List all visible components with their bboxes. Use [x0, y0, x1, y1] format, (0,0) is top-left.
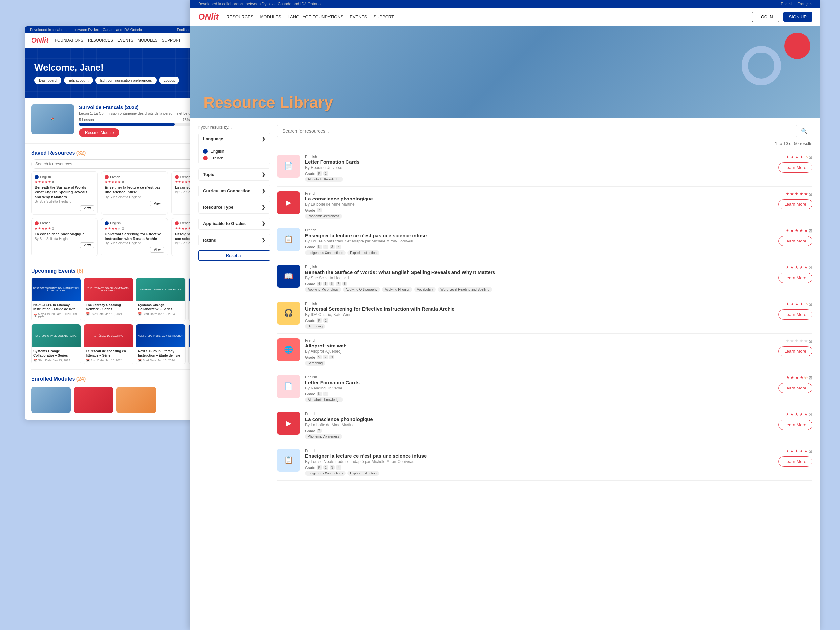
lang-badge: English	[305, 375, 761, 379]
dashboard-button[interactable]: Dashboard	[35, 77, 62, 84]
lang-badge: French	[305, 338, 761, 342]
search-button[interactable]: 🔍	[796, 125, 812, 137]
resource-details: English Letter Formation Cards By Readin…	[305, 155, 761, 182]
grades-filter-header[interactable]: Applicable to Grades ❯	[199, 218, 270, 230]
edit-account-button[interactable]: Edit account	[64, 77, 93, 84]
reset-filters-button[interactable]: Reset all	[198, 250, 270, 261]
learn-more-button[interactable]: Learn More	[778, 273, 812, 283]
bookmark-icon[interactable]: ⊠	[808, 412, 812, 417]
bookmark-icon[interactable]: ⊠	[808, 448, 812, 454]
event-image: SYSTEMS CHANGE COLLABORATIVE	[32, 324, 81, 347]
grade-tag: 7	[323, 355, 328, 359]
grade-tag: K	[317, 318, 322, 322]
enrolled-modules-title: Enrolled Modules (24)	[31, 376, 86, 382]
resource-view-button[interactable]: View	[80, 205, 95, 211]
nav-modules[interactable]: MODULES	[138, 38, 157, 43]
left-nav-links: FOUNDATIONS RESOURCES EVENTS MODULES SUP…	[55, 38, 181, 43]
right-nav-language-foundations[interactable]: LANGUAGE FOUNDATIONS	[288, 14, 344, 19]
event-info: Systems Change Collaborative – Series 📅S…	[32, 347, 81, 364]
login-button[interactable]: LOG IN	[752, 12, 779, 22]
lang-badge: English	[305, 302, 761, 305]
welcome-greeting: Welcome, Jane!	[35, 62, 179, 73]
resume-module-button[interactable]: Resume Module	[79, 128, 120, 137]
bookmark-icon[interactable]: ⊠	[808, 228, 812, 233]
right-logo-lit: lit	[211, 12, 218, 22]
grades-filter-label: Applicable to Grades	[203, 221, 246, 226]
left-lang-en[interactable]: English	[177, 28, 189, 32]
resource-right: ★★★★★ ⊠ Learn More	[766, 338, 812, 356]
signup-button[interactable]: SIGN UP	[783, 12, 812, 22]
tags-row: Indigenous Connections Explicit Instruct…	[305, 250, 761, 255]
lang-badge: English	[305, 155, 761, 158]
bookmark-icon[interactable]: ⊠	[808, 338, 812, 344]
resource-title: Universal Screening for Effective Instru…	[305, 306, 761, 312]
nav-support[interactable]: SUPPORT	[162, 38, 181, 43]
star-rating: ★★★★★ ⊠	[786, 265, 812, 270]
learn-more-button[interactable]: Learn More	[778, 236, 812, 246]
rating-filter: Rating ❯	[198, 234, 270, 246]
learn-more-button[interactable]: Learn More	[778, 346, 812, 356]
resource-thumbnail: 📋	[277, 228, 300, 251]
resource-title: Enseigner la lecture ce n'est pas une sc…	[305, 453, 761, 459]
filter-option-french[interactable]: French	[203, 155, 265, 161]
right-top-bar: Developed in collaboration between Dysle…	[190, 0, 820, 8]
tag: Alphabetic Knowledge	[305, 177, 343, 182]
topic-filter-header[interactable]: Topic ❯	[199, 169, 270, 180]
list-item: NEXT STEPS IN LITERACY INSTRUCTION Next …	[136, 324, 186, 364]
curriculum-filter-header[interactable]: Curriculum Connection ❯	[199, 185, 270, 197]
resource-details: French Enseigner la lecture ce n'est pas…	[305, 448, 761, 476]
learn-more-button[interactable]: Learn More	[778, 163, 812, 172]
language-filter: Language ❯ English French	[198, 133, 270, 164]
french-label: French	[210, 156, 223, 161]
right-lang-fr[interactable]: Français	[797, 2, 812, 6]
resource-title: La conscience phonologique	[305, 196, 761, 202]
right-lang-en[interactable]: English	[781, 2, 793, 6]
bookmark-icon[interactable]: ⊠	[808, 375, 812, 380]
resource-view-button[interactable]: View	[80, 243, 95, 248]
nav-foundations[interactable]: FOUNDATIONS	[55, 38, 83, 43]
english-dot	[203, 149, 208, 153]
grade-tag: 3	[330, 245, 335, 249]
welcome-text: Welcome, Jane! Dashboard Edit account Ed…	[35, 62, 179, 84]
resource-type-filter-header[interactable]: Resource Type ❯	[199, 202, 270, 213]
event-date: 📅May 4 @ 9:00 am – 10:00 am EDT	[33, 313, 79, 319]
rating-filter-header[interactable]: Rating ❯	[199, 234, 270, 246]
right-nav-resources[interactable]: RESOURCES	[226, 14, 253, 19]
curriculum-filter: Curriculum Connection ❯	[198, 185, 270, 197]
left-logo: ONlit	[31, 36, 49, 45]
tag: Vocabulary	[414, 287, 436, 292]
tags-row: Alphabetic Knowledge	[305, 397, 761, 402]
edit-communication-button[interactable]: Edit communication preferences	[95, 77, 156, 84]
learn-more-button[interactable]: Learn More	[778, 309, 812, 320]
list-item: 🌐 French Alloprof: site web By Alloprof …	[277, 334, 812, 371]
french-dot	[203, 156, 208, 161]
right-nav-events[interactable]: EVENTS	[350, 14, 367, 19]
learn-more-button[interactable]: Learn More	[778, 456, 812, 467]
learn-more-button[interactable]: Learn More	[778, 383, 812, 393]
right-nav-modules[interactable]: MODULES	[260, 14, 281, 19]
filter-option-english[interactable]: English	[203, 148, 265, 155]
nav-resources[interactable]: RESOURCES	[88, 38, 113, 43]
lang-dot	[105, 221, 109, 226]
bookmark-icon[interactable]: ⊠	[808, 265, 812, 270]
list-item: LE RÉSEAU DE COACHING Le réseau de coach…	[84, 324, 134, 364]
bookmark-icon[interactable]: ⊠	[808, 155, 812, 160]
learn-more-button[interactable]: Learn More	[778, 199, 812, 209]
filters-sidebar: r your results by... Language ❯ English …	[198, 125, 270, 481]
main-search-input[interactable]	[277, 125, 793, 137]
event-info: Next STEPS in Literacy Instruction – Étu…	[32, 301, 81, 321]
nav-events[interactable]: EVENTS	[117, 38, 133, 43]
bookmark-icon[interactable]: ⊠	[808, 302, 812, 307]
list-item: ▶ French La conscience phonologique By L…	[277, 407, 812, 444]
resource-view-button[interactable]: View	[150, 201, 164, 206]
chevron-right-icon: ❯	[262, 172, 265, 177]
grade-tag: 4	[317, 281, 322, 286]
language-filter-header[interactable]: Language ❯	[199, 133, 270, 145]
learn-more-button[interactable]: Learn More	[778, 420, 812, 430]
resource-view-button[interactable]: View	[150, 247, 164, 253]
bookmark-icon[interactable]: ⊠	[808, 191, 812, 197]
right-nav-support[interactable]: SUPPORT	[373, 14, 394, 19]
logout-button[interactable]: Logout	[159, 77, 180, 84]
module-title: Survol de Français (2023)	[79, 104, 206, 110]
list-item: 🎧 English Universal Screening for Effect…	[277, 297, 812, 334]
